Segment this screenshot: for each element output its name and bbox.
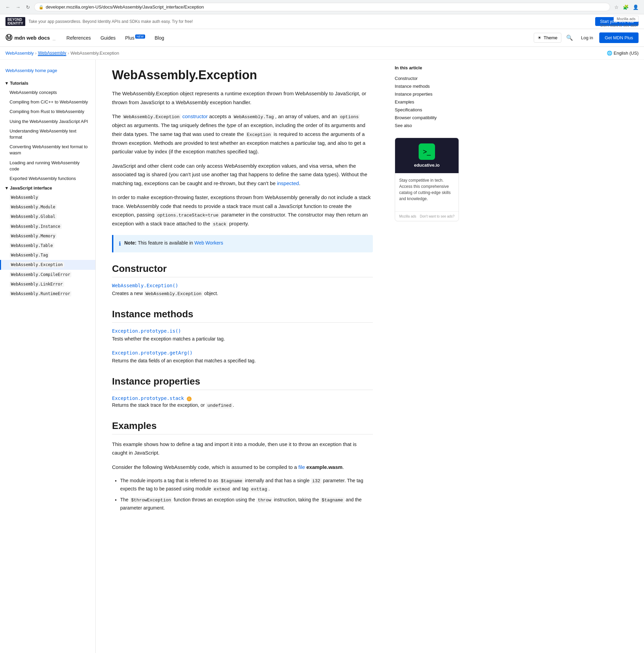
inspected-link[interactable]: inspected	[277, 180, 299, 186]
file-link[interactable]: file	[298, 464, 305, 470]
sidebar-webassembly[interactable]: WebAssembly	[0, 193, 95, 202]
breadcrumb-webassembly2[interactable]: WebAssembly	[38, 50, 66, 56]
url-bar[interactable]: 🔒 developer.mozilla.org/en-US/docs/WebAs…	[34, 3, 610, 11]
webassembly-tag-link[interactable]: WebAssembly.Tag	[233, 113, 275, 119]
toc-instance-props[interactable]: Instance properties	[395, 90, 459, 98]
constructor-link[interactable]: constructor	[182, 113, 208, 119]
toc-see-also[interactable]: See also	[395, 122, 459, 129]
examples-intro: This example shows how to define a tag a…	[112, 440, 373, 457]
breadcrumb: WebAssembly › WebAssembly › WebAssembly.…	[0, 47, 644, 60]
sidebar-linkerror[interactable]: WebAssembly.LinkError	[0, 279, 95, 289]
sidebar-table[interactable]: WebAssembly.Table	[0, 241, 95, 250]
examples-consider: Consider the following WebAssembly code,…	[112, 463, 373, 472]
sidebar-loading[interactable]: Loading and running WebAssembly code	[0, 158, 95, 174]
nav-guides[interactable]: Guides	[96, 32, 120, 43]
sidebar-compileerror[interactable]: WebAssembly.CompileError	[0, 270, 95, 279]
plus-badge: NEW	[135, 34, 145, 39]
toc-title: In this article	[395, 65, 459, 70]
toc-constructor[interactable]: Constructor	[395, 74, 459, 82]
sidebar-module[interactable]: WebAssembly.Module	[0, 202, 95, 212]
sidebar-instance[interactable]: WebAssembly.Instance	[0, 222, 95, 231]
examples-list: The module imports a tag that is referre…	[120, 477, 373, 512]
sidebar-tutorials-header[interactable]: ▾ Tutorials	[0, 79, 95, 88]
constructor-method-link[interactable]: WebAssembly.Exception()	[112, 283, 373, 288]
method-getarg-desc: Returns the data fields of an exception …	[112, 357, 373, 365]
intro-para-1: The WebAssembly.Exception object represe…	[112, 89, 373, 107]
constructor-method-desc: Creates a new WebAssembly.Exception obje…	[112, 290, 373, 298]
sidebar-memory[interactable]: WebAssembly.Memory	[0, 231, 95, 241]
extensions-icon[interactable]: 🧩	[621, 3, 630, 11]
mdn-logo[interactable]: Ⓜ mdn web docs _	[5, 33, 56, 42]
method-is-link[interactable]: Exception.prototype.is()	[112, 328, 373, 334]
inline-code-tagname: $tagname	[220, 478, 243, 484]
terminal-icon: >_	[423, 148, 431, 156]
examples-heading: Examples	[112, 420, 373, 434]
nav-plus[interactable]: PlusNEW	[121, 32, 149, 43]
sidebar-text-format[interactable]: Understanding WebAssembly text format	[0, 126, 95, 142]
theme-label: Theme	[544, 35, 557, 40]
inline-code-i32: i32	[311, 478, 321, 484]
ad-card-icon: >_	[419, 143, 435, 160]
bookmark-icon[interactable]: ☆	[613, 3, 620, 11]
sidebar-global[interactable]: WebAssembly.Global	[0, 212, 95, 221]
nav-blog[interactable]: Blog	[151, 32, 168, 43]
lang-label: English (US)	[614, 51, 639, 56]
sidebar-wasm-concepts[interactable]: WebAssembly concepts	[0, 88, 95, 97]
ad-card-body: Stay competitive in tech. Access this co…	[395, 173, 459, 211]
nav-right: ☀ Theme 🔍 Log in Get MDN Plus	[534, 32, 639, 43]
sidebar-compile-rust[interactable]: Compiling from Rust to WebAssembly	[0, 107, 95, 116]
note-box: ℹ Note: This feature is available in Web…	[112, 235, 373, 252]
sidebar-js-api[interactable]: Using the WebAssembly JavaScript API	[0, 117, 95, 126]
ad-footer-left: Mozilla ads	[399, 214, 416, 218]
toc-instance-methods[interactable]: Instance methods	[395, 82, 459, 90]
ad-text: Take your app passwordless. Beyond Ident…	[29, 19, 193, 24]
sidebar-exception[interactable]: WebAssembly.Exception	[0, 260, 95, 269]
instance-methods-heading: Instance methods	[112, 309, 373, 323]
sidebar-runtimeerror[interactable]: WebAssembly.RuntimeError	[0, 289, 95, 298]
prop-stack-row: Exception.prototype.stack ⚠ Returns the …	[112, 395, 373, 409]
language-button[interactable]: 🌐 English (US)	[607, 51, 639, 56]
breadcrumb-sep2: ›	[68, 51, 69, 56]
sidebar-tag[interactable]: WebAssembly.Tag	[0, 250, 95, 260]
warning-badge: ⚠	[187, 397, 192, 401]
constructor-heading: Constructor	[112, 263, 373, 277]
sidebar-compile-c[interactable]: Compiling from C/C++ to WebAssembly	[0, 97, 95, 107]
ad-card-footer: Mozilla ads Don't want to see ads?	[395, 211, 459, 221]
method-getarg-link[interactable]: Exception.prototype.getArg()	[112, 350, 373, 356]
inline-code-tag: WebAssembly.Tag	[233, 114, 275, 120]
toc-browser-compat[interactable]: Browser compatibility	[395, 114, 459, 122]
sidebar-js-interface-header[interactable]: ▾ JavaScript interface	[0, 183, 95, 193]
breadcrumb-webassembly1[interactable]: WebAssembly	[5, 51, 34, 56]
get-plus-button[interactable]: Get MDN Plus	[599, 32, 639, 43]
globe-icon: 🌐	[607, 51, 612, 56]
inline-code-exception: Exception	[246, 132, 272, 138]
dismiss-ads[interactable]: Don't want to see ads?	[600, 23, 639, 27]
inline-code-undefined: undefined	[206, 403, 233, 408]
theme-button[interactable]: ☀ Theme	[534, 33, 561, 43]
ad-card-header: >_ educative.io	[395, 138, 459, 173]
forward-button[interactable]: →	[14, 4, 22, 11]
bullet1: The module imports a tag that is referre…	[120, 477, 373, 493]
collapse-icon2: ▾	[5, 185, 8, 191]
main-nav: References Guides PlusNEW Blog	[62, 32, 534, 43]
login-button[interactable]: Log in	[578, 33, 597, 42]
ad-footer-right[interactable]: Don't want to see ads?	[420, 214, 454, 218]
sidebar-convert-wasm[interactable]: Converting WebAssembly text format to wa…	[0, 142, 95, 158]
reload-button[interactable]: ↻	[25, 4, 31, 11]
sidebar-home-link[interactable]: WebAssembly home page	[0, 65, 95, 76]
method-getarg-row: Exception.prototype.getArg() Returns the…	[112, 350, 373, 365]
url-text: developer.mozilla.org/en-US/docs/WebAsse…	[46, 4, 204, 10]
browser-chrome: ← → ↻ 🔒 developer.mozilla.org/en-US/docs…	[0, 0, 644, 14]
inline-code-throwexception: $throwException	[130, 497, 172, 503]
toc-specifications[interactable]: Specifications	[395, 106, 459, 114]
sidebar-exported[interactable]: Exported WebAssembly functions	[0, 174, 95, 183]
prop-stack-desc: Returns the stack trace for the exceptio…	[112, 401, 373, 409]
web-workers-link[interactable]: Web Workers	[194, 240, 223, 246]
prop-stack-link[interactable]: Exception.prototype.stack	[112, 395, 184, 401]
nav-references[interactable]: References	[62, 32, 95, 43]
search-button[interactable]: 🔍	[564, 32, 575, 43]
toc-examples[interactable]: Examples	[395, 98, 459, 106]
profile-icon[interactable]: 👤	[631, 3, 640, 11]
inline-code-options: options	[339, 114, 360, 120]
back-button[interactable]: ←	[4, 4, 12, 11]
